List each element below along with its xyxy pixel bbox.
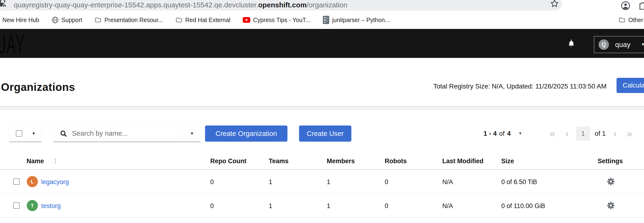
browser-profile-icon[interactable] [621,1,630,11]
calculate-button[interactable]: Calculate [616,78,644,93]
bookmark-new-hire-hub[interactable]: New Hire Hub [2,17,39,24]
chevron-down-icon: ▼ [190,132,194,136]
column-header-robots: Robots [385,158,407,165]
site-favicon [323,16,329,24]
page-header-band: Organizations Total Registry Size: N/A, … [0,58,644,106]
search-control: Search by name... ▼ [53,125,200,142]
previous-page-button[interactable]: ‹ [560,129,574,138]
youtube-icon [243,17,250,23]
org-settings-button[interactable] [606,201,616,210]
org-avatar: T [27,200,38,211]
last-modified-cell: N/A [442,202,453,210]
pagination-summary-dropdown[interactable]: 1 - 4 of 4 ▼ [484,125,522,142]
other-bookmarks-folder[interactable]: Other Bo [618,11,644,29]
chevron-down-icon[interactable]: ▼ [32,132,36,136]
last-page-button[interactable]: » [622,129,637,138]
robots-cell: 0 [385,178,388,186]
select-all-checkbox[interactable] [16,130,22,137]
members-cell: 1 [327,202,330,210]
pagination-range: 1 - 4 [484,130,497,137]
chevron-down-icon: ▼ [518,131,522,136]
size-cell: 0 of 6.50 TiB [501,178,537,186]
folder-icon [94,16,102,24]
bulk-select-dropdown[interactable]: ▼ [9,125,42,142]
user-avatar: Q [598,39,609,50]
table-row: T testorg 0 1 1 0 N/A 0 of 110.00 GiB [0,194,644,217]
not-secure-warning-icon [0,0,8,9]
size-cell: 0 of 110.00 GiB [501,202,545,210]
table-header-row: Name Repo Count Teams Members Robots Las… [0,154,644,170]
org-settings-button[interactable] [606,177,616,186]
pagination-nav: « ‹ 1 of 1 › » [544,125,637,142]
table-row: L legacyorg 0 1 1 0 N/A 0 of 6.50 TiB [0,170,644,194]
section-gap [0,106,644,110]
column-header-last-modified: Last Modified [442,158,484,165]
bookmark-star-icon[interactable] [550,0,559,8]
teams-cell: 1 [269,202,272,210]
pagination-of: of [499,130,504,137]
pagination-total: 4 [507,130,511,137]
last-modified-cell: N/A [442,178,453,186]
search-input[interactable]: Search by name... [54,125,184,142]
browser-url-bar: quayregistry-quay-quay-enterprise-15542.… [0,0,644,11]
column-header-settings: Settings [598,158,623,165]
quay-organizations-screen: quayregistry-quay-quay-enterprise-15542.… [0,0,644,223]
url-text[interactable]: quayregistry-quay-quay-enterprise-15542.… [14,1,347,9]
folder-icon [618,16,626,24]
bookmark-cypress-tips[interactable]: Cypress Tips - YouT... [243,17,310,24]
bookmark-red-hat-external[interactable]: Red Hat External [176,16,230,24]
browser-extensions-puzzle-icon[interactable] [638,1,644,11]
search-filter-dropdown[interactable]: ▼ [184,125,200,142]
bookmark-support[interactable]: Support [52,16,82,24]
create-user-button[interactable]: Create User [299,126,351,142]
app-header: QUAY Q quay ▼ [0,29,644,58]
gear-icon [606,177,615,186]
column-header-name[interactable]: Name [26,158,44,165]
bookmark-presentation-resources[interactable]: Presentation Resour... [94,16,163,24]
sort-icon[interactable] [54,157,57,165]
search-icon [60,130,67,137]
bookmark-junitparser[interactable]: junitparser – Python... [323,16,390,24]
folder-icon [176,16,182,24]
create-organization-button[interactable]: Create Organization [205,126,288,142]
registry-size-status: Total Registry Size: N/A, Updated: 11/26… [433,82,606,90]
quay-logo[interactable]: QUAY [0,31,25,57]
column-header-members: Members [327,158,355,165]
repo-count-cell: 0 [210,202,214,210]
members-cell: 1 [327,178,330,186]
repo-count-cell: 0 [210,178,214,186]
first-page-button[interactable]: « [544,129,560,138]
bookmarks-bar: New Hire Hub Support Presentation Resour… [0,11,644,29]
notifications-bell-icon[interactable] [567,39,575,48]
robots-cell: 0 [385,202,388,210]
page-count-label: of 1 [595,130,606,137]
org-name-link[interactable]: legacyorg [41,178,69,186]
globe-icon [52,16,59,24]
user-menu-dropdown[interactable]: Q quay ▼ [594,36,644,53]
page-title: Organizations [1,81,75,93]
org-avatar: L [27,176,38,187]
search-placeholder: Search by name... [72,130,128,137]
user-name: quay [615,41,630,49]
column-header-size: Size [501,158,514,165]
row-checkbox[interactable] [13,178,20,185]
column-header-repo-count: Repo Count [210,158,246,165]
column-header-teams: Teams [269,158,288,165]
gear-icon [606,201,615,210]
org-name-link[interactable]: testorg [41,202,61,210]
current-page-input[interactable]: 1 [576,127,590,141]
row-checkbox[interactable] [13,202,20,209]
url-field[interactable]: quayregistry-quay-quay-enterprise-15542.… [0,0,562,11]
chevron-down-icon: ▼ [641,42,644,47]
teams-cell: 1 [269,178,272,186]
next-page-button[interactable]: › [608,129,622,138]
